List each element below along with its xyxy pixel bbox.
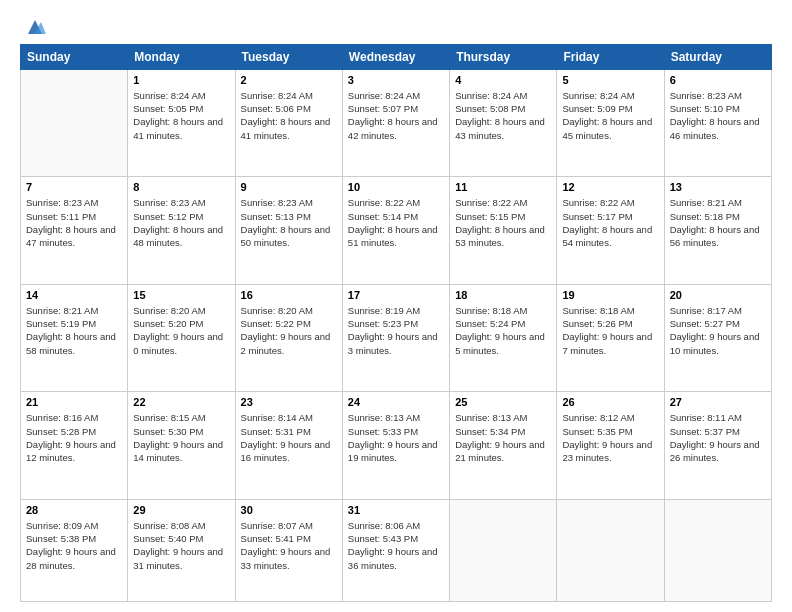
day-info: Sunrise: 8:15 AMSunset: 5:30 PMDaylight:… [133, 411, 229, 464]
day-cell: 7Sunrise: 8:23 AMSunset: 5:11 PMDaylight… [21, 177, 128, 284]
day-number: 26 [562, 395, 658, 410]
day-number: 28 [26, 503, 122, 518]
day-cell [557, 499, 664, 601]
calendar-table: SundayMondayTuesdayWednesdayThursdayFrid… [20, 44, 772, 602]
day-info: Sunrise: 8:24 AMSunset: 5:09 PMDaylight:… [562, 89, 658, 142]
week-row-2: 7Sunrise: 8:23 AMSunset: 5:11 PMDaylight… [21, 177, 772, 284]
day-number: 1 [133, 73, 229, 88]
day-cell: 10Sunrise: 8:22 AMSunset: 5:14 PMDayligh… [342, 177, 449, 284]
day-cell: 20Sunrise: 8:17 AMSunset: 5:27 PMDayligh… [664, 284, 771, 391]
day-number: 20 [670, 288, 766, 303]
day-info: Sunrise: 8:12 AMSunset: 5:35 PMDaylight:… [562, 411, 658, 464]
day-cell: 23Sunrise: 8:14 AMSunset: 5:31 PMDayligh… [235, 392, 342, 499]
day-info: Sunrise: 8:13 AMSunset: 5:34 PMDaylight:… [455, 411, 551, 464]
day-info: Sunrise: 8:11 AMSunset: 5:37 PMDaylight:… [670, 411, 766, 464]
day-number: 27 [670, 395, 766, 410]
day-info: Sunrise: 8:22 AMSunset: 5:17 PMDaylight:… [562, 196, 658, 249]
day-info: Sunrise: 8:21 AMSunset: 5:19 PMDaylight:… [26, 304, 122, 357]
day-number: 7 [26, 180, 122, 195]
day-cell: 17Sunrise: 8:19 AMSunset: 5:23 PMDayligh… [342, 284, 449, 391]
logo-text [20, 16, 46, 38]
day-cell: 8Sunrise: 8:23 AMSunset: 5:12 PMDaylight… [128, 177, 235, 284]
week-row-3: 14Sunrise: 8:21 AMSunset: 5:19 PMDayligh… [21, 284, 772, 391]
day-info: Sunrise: 8:24 AMSunset: 5:08 PMDaylight:… [455, 89, 551, 142]
week-row-5: 28Sunrise: 8:09 AMSunset: 5:38 PMDayligh… [21, 499, 772, 601]
day-cell: 18Sunrise: 8:18 AMSunset: 5:24 PMDayligh… [450, 284, 557, 391]
day-info: Sunrise: 8:22 AMSunset: 5:14 PMDaylight:… [348, 196, 444, 249]
day-number: 5 [562, 73, 658, 88]
day-number: 31 [348, 503, 444, 518]
header-cell-thursday: Thursday [450, 45, 557, 70]
day-number: 15 [133, 288, 229, 303]
day-info: Sunrise: 8:18 AMSunset: 5:24 PMDaylight:… [455, 304, 551, 357]
day-number: 10 [348, 180, 444, 195]
day-number: 23 [241, 395, 337, 410]
day-cell: 5Sunrise: 8:24 AMSunset: 5:09 PMDaylight… [557, 70, 664, 177]
day-info: Sunrise: 8:24 AMSunset: 5:06 PMDaylight:… [241, 89, 337, 142]
day-info: Sunrise: 8:20 AMSunset: 5:20 PMDaylight:… [133, 304, 229, 357]
header-cell-tuesday: Tuesday [235, 45, 342, 70]
day-cell: 21Sunrise: 8:16 AMSunset: 5:28 PMDayligh… [21, 392, 128, 499]
day-cell: 29Sunrise: 8:08 AMSunset: 5:40 PMDayligh… [128, 499, 235, 601]
day-number: 24 [348, 395, 444, 410]
day-number: 19 [562, 288, 658, 303]
logo [20, 16, 46, 34]
day-cell: 14Sunrise: 8:21 AMSunset: 5:19 PMDayligh… [21, 284, 128, 391]
day-number: 18 [455, 288, 551, 303]
header-row: SundayMondayTuesdayWednesdayThursdayFrid… [21, 45, 772, 70]
day-number: 3 [348, 73, 444, 88]
day-cell [664, 499, 771, 601]
day-info: Sunrise: 8:20 AMSunset: 5:22 PMDaylight:… [241, 304, 337, 357]
day-number: 12 [562, 180, 658, 195]
day-cell: 3Sunrise: 8:24 AMSunset: 5:07 PMDaylight… [342, 70, 449, 177]
day-cell: 19Sunrise: 8:18 AMSunset: 5:26 PMDayligh… [557, 284, 664, 391]
day-cell: 9Sunrise: 8:23 AMSunset: 5:13 PMDaylight… [235, 177, 342, 284]
day-number: 22 [133, 395, 229, 410]
day-cell: 24Sunrise: 8:13 AMSunset: 5:33 PMDayligh… [342, 392, 449, 499]
day-number: 29 [133, 503, 229, 518]
day-info: Sunrise: 8:22 AMSunset: 5:15 PMDaylight:… [455, 196, 551, 249]
day-cell: 22Sunrise: 8:15 AMSunset: 5:30 PMDayligh… [128, 392, 235, 499]
day-cell: 1Sunrise: 8:24 AMSunset: 5:05 PMDaylight… [128, 70, 235, 177]
header-cell-monday: Monday [128, 45, 235, 70]
day-info: Sunrise: 8:09 AMSunset: 5:38 PMDaylight:… [26, 519, 122, 572]
day-cell: 4Sunrise: 8:24 AMSunset: 5:08 PMDaylight… [450, 70, 557, 177]
day-info: Sunrise: 8:23 AMSunset: 5:13 PMDaylight:… [241, 196, 337, 249]
day-info: Sunrise: 8:23 AMSunset: 5:10 PMDaylight:… [670, 89, 766, 142]
day-cell [450, 499, 557, 601]
logo-icon [24, 16, 46, 38]
day-info: Sunrise: 8:18 AMSunset: 5:26 PMDaylight:… [562, 304, 658, 357]
day-cell [21, 70, 128, 177]
day-number: 17 [348, 288, 444, 303]
day-info: Sunrise: 8:07 AMSunset: 5:41 PMDaylight:… [241, 519, 337, 572]
day-number: 6 [670, 73, 766, 88]
day-cell: 28Sunrise: 8:09 AMSunset: 5:38 PMDayligh… [21, 499, 128, 601]
header-cell-friday: Friday [557, 45, 664, 70]
day-info: Sunrise: 8:19 AMSunset: 5:23 PMDaylight:… [348, 304, 444, 357]
page: SundayMondayTuesdayWednesdayThursdayFrid… [0, 0, 792, 612]
day-info: Sunrise: 8:06 AMSunset: 5:43 PMDaylight:… [348, 519, 444, 572]
day-cell: 27Sunrise: 8:11 AMSunset: 5:37 PMDayligh… [664, 392, 771, 499]
day-info: Sunrise: 8:24 AMSunset: 5:07 PMDaylight:… [348, 89, 444, 142]
day-number: 11 [455, 180, 551, 195]
day-number: 9 [241, 180, 337, 195]
day-cell: 12Sunrise: 8:22 AMSunset: 5:17 PMDayligh… [557, 177, 664, 284]
header-cell-wednesday: Wednesday [342, 45, 449, 70]
day-cell: 26Sunrise: 8:12 AMSunset: 5:35 PMDayligh… [557, 392, 664, 499]
day-number: 2 [241, 73, 337, 88]
header-cell-saturday: Saturday [664, 45, 771, 70]
day-cell: 13Sunrise: 8:21 AMSunset: 5:18 PMDayligh… [664, 177, 771, 284]
day-info: Sunrise: 8:21 AMSunset: 5:18 PMDaylight:… [670, 196, 766, 249]
header-cell-sunday: Sunday [21, 45, 128, 70]
day-cell: 30Sunrise: 8:07 AMSunset: 5:41 PMDayligh… [235, 499, 342, 601]
day-info: Sunrise: 8:14 AMSunset: 5:31 PMDaylight:… [241, 411, 337, 464]
week-row-4: 21Sunrise: 8:16 AMSunset: 5:28 PMDayligh… [21, 392, 772, 499]
day-number: 25 [455, 395, 551, 410]
day-info: Sunrise: 8:16 AMSunset: 5:28 PMDaylight:… [26, 411, 122, 464]
day-cell: 25Sunrise: 8:13 AMSunset: 5:34 PMDayligh… [450, 392, 557, 499]
day-cell: 11Sunrise: 8:22 AMSunset: 5:15 PMDayligh… [450, 177, 557, 284]
day-number: 30 [241, 503, 337, 518]
header [20, 16, 772, 34]
day-cell: 31Sunrise: 8:06 AMSunset: 5:43 PMDayligh… [342, 499, 449, 601]
day-number: 13 [670, 180, 766, 195]
